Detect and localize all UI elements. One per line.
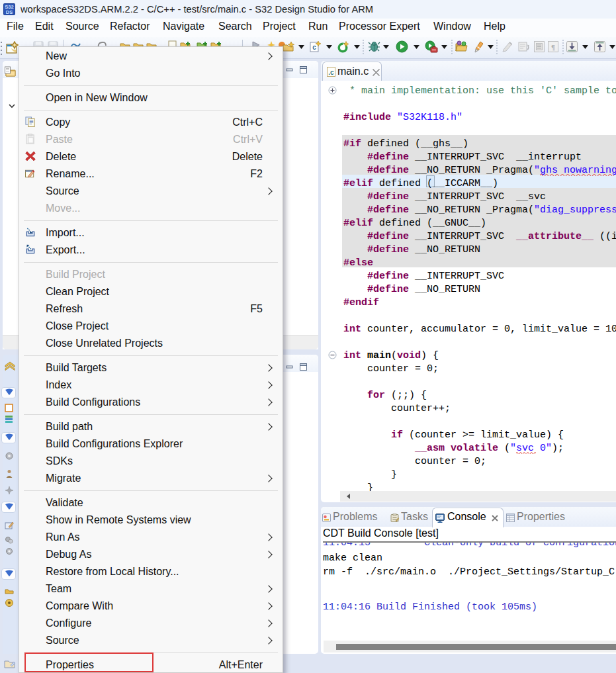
svg-text:c: c: [312, 44, 316, 51]
svg-text:.c: .c: [328, 69, 334, 76]
svg-text:¶: ¶: [551, 43, 555, 51]
svg-text:DS: DS: [6, 9, 13, 15]
